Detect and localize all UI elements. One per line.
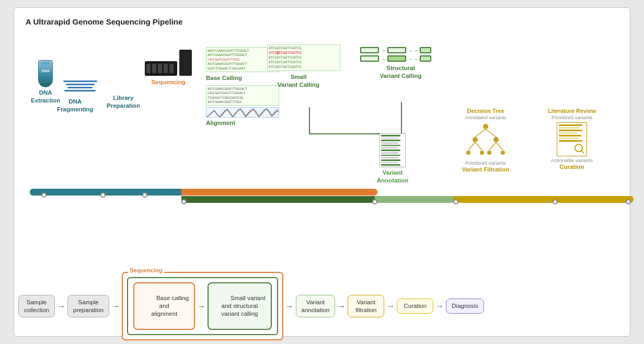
sample-collection-box: Sample collection [18, 295, 55, 318]
svg-line-8 [496, 142, 503, 150]
small-variant-label: SmallVariant Calling [267, 73, 330, 89]
vert-line-2 [401, 102, 402, 133]
literature-review-area: Literature Review Prioritized variants [535, 107, 608, 171]
variant-annotation-area: Variant Annotation [372, 133, 413, 185]
svg-line-14 [581, 151, 584, 153]
dna-extraction-label: DNA Extraction [31, 89, 60, 105]
svg-line-5 [468, 142, 475, 150]
alignment-label: Alignment [206, 119, 282, 127]
variant-filtration-area: Decision Tree Annotated variants Priorit… [454, 107, 517, 174]
arrow-2: → [111, 302, 120, 311]
arrow-6: → [386, 302, 395, 311]
arrow-3: → [197, 302, 205, 311]
arrow-4: → [285, 302, 294, 311]
small-variant-area: ATCGATCGATCGATCG ATCGATCGATCGATCG ATCGAT… [267, 44, 330, 89]
sample-prep-box: Sample preparation [67, 295, 109, 318]
literature-review-label: Literature Review [535, 107, 608, 114]
top-diagram: DNA DNA Extraction DNA Fragmenting Libra… [26, 31, 618, 230]
panel-title: A Ultrarapid Genome Sequencing Pipeline [26, 17, 618, 26]
svg-point-13 [575, 144, 582, 152]
timeline [30, 188, 631, 203]
structural-variant-label: StructuralVariant Calling [360, 64, 441, 80]
sequencer-device: Sequencing [145, 50, 192, 86]
prioritized-variants-lit-label: Prioritized variants [535, 114, 608, 120]
prioritized-variants-label: Prioritized variants [454, 160, 517, 166]
variant-annotation-label: Variant Annotation [372, 169, 413, 185]
small-structural-box: Small variant and structural variant cal… [208, 282, 271, 330]
bottom-flowchart: Sample collection → Sample preparation →… [14, 276, 630, 336]
svg-point-9 [466, 151, 470, 155]
curation-label: Curation [535, 163, 608, 171]
library-prep-label: Library Preparation [107, 94, 140, 110]
svg-point-10 [480, 151, 484, 155]
node-library-prep: Library Preparation [107, 94, 140, 110]
base-calling-alignment-box: Base calling and alignment [133, 282, 195, 330]
arrow-5: → [337, 302, 346, 311]
svg-point-4 [493, 137, 499, 142]
variant-filtration-label: Variant Filtration [454, 166, 517, 174]
curation-box: Curation [397, 299, 433, 314]
main-card: A Ultrarapid Genome Sequencing Pipeline … [14, 7, 630, 337]
svg-point-12 [501, 151, 505, 155]
structural-variant-area: → →→ → →→ StructuralVariant Calling [360, 47, 441, 80]
svg-line-2 [486, 129, 496, 137]
svg-point-11 [487, 151, 491, 155]
svg-line-1 [475, 129, 486, 137]
svg-point-0 [483, 124, 488, 129]
vert-line-1 [309, 107, 310, 133]
annotated-variants-label: Annotated variants [454, 114, 517, 120]
svg-point-3 [473, 137, 478, 142]
diagnosis-box: Diagnosis [446, 299, 484, 314]
node-dna-fragmenting: DNA Fragmenting [57, 60, 94, 113]
svg-line-6 [475, 142, 482, 150]
variant-filtration-box: Variant filtration [348, 295, 384, 318]
sequencing-label: Sequencing [145, 78, 192, 86]
sequencing-top-label: Sequencing [128, 267, 164, 273]
sequencing-outer-box: Sequencing Base calling and alignment → … [122, 272, 283, 340]
node-dna-extraction: DNA DNA Extraction [31, 60, 60, 105]
inner-flow: Base calling and alignment → Small varia… [127, 277, 278, 335]
variant-annotation-box: Variant annotation [296, 295, 336, 318]
actionable-variants-sub-label: Actionable variants [535, 157, 608, 163]
decision-tree-label: Decision Tree [454, 107, 517, 114]
arrow-1: → [57, 302, 65, 311]
arrow-7: → [435, 302, 444, 311]
svg-line-7 [489, 142, 496, 150]
dna-fragmenting-label: DNA Fragmenting [57, 98, 94, 113]
